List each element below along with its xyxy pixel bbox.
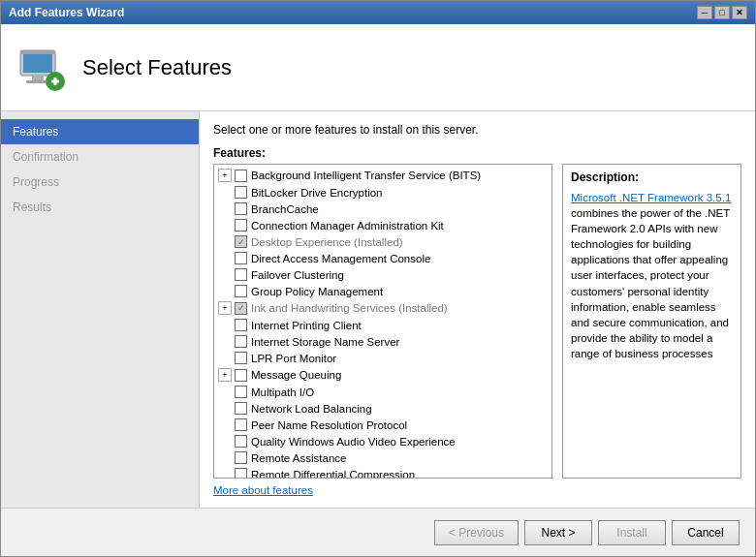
- feature-checkbox[interactable]: [235, 235, 247, 248]
- footer: < Previous Next > Install Cancel: [1, 508, 755, 556]
- feature-label: Connection Manager Administration Kit: [251, 220, 444, 232]
- feature-checkbox[interactable]: [235, 451, 247, 464]
- maximize-button[interactable]: □: [714, 6, 730, 19]
- feature-checkbox[interactable]: [235, 418, 247, 431]
- main-content: Features Confirmation Progress Results S…: [1, 111, 755, 508]
- feature-label: Direct Access Management Console: [251, 253, 430, 264]
- feature-label: Network Load Balancing: [251, 403, 372, 415]
- list-item[interactable]: Multipath I/O: [214, 384, 551, 400]
- feature-checkbox[interactable]: [235, 302, 247, 315]
- description-text: combines the power of the .NET Framework…: [571, 207, 730, 359]
- more-about-features-link[interactable]: More about features: [213, 484, 313, 496]
- sidebar-item-confirmation: Confirmation: [1, 144, 199, 170]
- sidebar: Features Confirmation Progress Results: [1, 111, 200, 508]
- list-item[interactable]: Internet Printing Client: [214, 317, 551, 333]
- feature-checkbox[interactable]: [235, 352, 247, 364]
- close-button[interactable]: ✕: [732, 6, 747, 19]
- feature-checkbox[interactable]: [235, 252, 247, 264]
- minimize-button[interactable]: ─: [697, 6, 712, 19]
- next-button[interactable]: Next >: [524, 520, 592, 545]
- list-item[interactable]: Group Policy Management: [214, 283, 551, 299]
- list-item[interactable]: Quality Windows Audio Video Experience: [214, 433, 551, 449]
- feature-checkbox[interactable]: [235, 386, 247, 398]
- feature-label: Remote Assistance: [251, 452, 346, 464]
- feature-label: Internet Storage Name Server: [251, 336, 399, 348]
- list-item[interactable]: Desktop Experience (Installed): [214, 233, 551, 250]
- list-item[interactable]: + Message Queuing: [214, 366, 551, 384]
- cancel-button[interactable]: Cancel: [672, 520, 740, 545]
- features-list[interactable]: + Background Intelligent Transfer Servic…: [214, 165, 551, 478]
- list-item[interactable]: Failover Clustering: [214, 266, 551, 283]
- feature-checkbox[interactable]: [235, 219, 247, 232]
- feature-label: Multipath I/O: [251, 387, 314, 398]
- list-item[interactable]: Remote Differential Compression: [214, 466, 551, 478]
- features-label: Features:: [213, 146, 741, 160]
- feature-label: Failover Clustering: [251, 269, 344, 281]
- feature-checkbox[interactable]: [235, 170, 247, 182]
- features-list-container: + Background Intelligent Transfer Servic…: [213, 164, 552, 479]
- expand-icon[interactable]: +: [218, 368, 232, 382]
- svg-rect-3: [32, 76, 44, 80]
- feature-checkbox[interactable]: [235, 285, 247, 297]
- feature-checkbox[interactable]: [235, 319, 247, 331]
- title-bar-label: Add Features Wizard: [9, 6, 124, 19]
- feature-label: Remote Differential Compression: [251, 469, 415, 479]
- feature-label: Internet Printing Client: [251, 320, 362, 331]
- feature-checkbox[interactable]: [235, 335, 247, 348]
- list-item[interactable]: Direct Access Management Console: [214, 250, 551, 266]
- feature-checkbox[interactable]: [235, 468, 247, 478]
- list-item[interactable]: BranchCache: [214, 201, 551, 217]
- feature-checkbox[interactable]: [235, 402, 247, 415]
- content-description: Select one or more features to install o…: [213, 123, 741, 137]
- more-link-container: More about features: [213, 484, 741, 496]
- feature-label: LPR Port Monitor: [251, 353, 336, 364]
- feature-label: Message Queuing: [251, 369, 341, 381]
- list-item[interactable]: Internet Storage Name Server: [214, 333, 551, 350]
- sidebar-item-features[interactable]: Features: [1, 119, 199, 144]
- list-item[interactable]: Network Load Balancing: [214, 400, 551, 417]
- description-link[interactable]: Microsoft .NET Framework 3.5.1: [571, 192, 731, 203]
- svg-rect-7: [54, 77, 57, 85]
- feature-label: Desktop Experience (Installed): [251, 236, 403, 248]
- main-window: Add Features Wizard ─ □ ✕ Select Featur: [0, 0, 756, 557]
- list-item[interactable]: BitLocker Drive Encryption: [214, 184, 551, 201]
- sidebar-item-results: Results: [1, 195, 199, 220]
- header-title: Select Features: [82, 55, 232, 80]
- feature-label: Background Intelligent Transfer Service …: [251, 170, 481, 181]
- title-bar-controls: ─ □ ✕: [697, 6, 747, 19]
- list-item[interactable]: Peer Name Resolution Protocol: [214, 417, 551, 433]
- wizard-icon: [16, 43, 67, 93]
- feature-label: BranchCache: [251, 203, 319, 215]
- feature-checkbox[interactable]: [235, 186, 247, 199]
- description-panel: Description: Microsoft .NET Framework 3.…: [562, 164, 741, 479]
- list-item[interactable]: Connection Manager Administration Kit: [214, 217, 551, 233]
- list-item[interactable]: + Background Intelligent Transfer Servic…: [214, 167, 551, 184]
- title-bar-left: Add Features Wizard: [9, 6, 124, 19]
- feature-checkbox[interactable]: [235, 202, 247, 215]
- title-bar: Add Features Wizard ─ □ ✕: [1, 1, 755, 24]
- feature-label: Group Policy Management: [251, 286, 383, 297]
- content-area: Select one or more features to install o…: [200, 111, 755, 508]
- list-item[interactable]: Remote Assistance: [214, 449, 551, 466]
- previous-button[interactable]: < Previous: [434, 520, 519, 545]
- svg-rect-1: [23, 53, 52, 73]
- feature-label: Peer Name Resolution Protocol: [251, 419, 407, 431]
- feature-label: Quality Windows Audio Video Experience: [251, 436, 456, 448]
- feature-checkbox[interactable]: [235, 268, 247, 281]
- feature-checkbox[interactable]: [235, 435, 247, 448]
- sidebar-item-progress: Progress: [1, 170, 199, 195]
- header-section: Select Features: [1, 24, 755, 111]
- description-title: Description:: [571, 170, 733, 184]
- feature-label: BitLocker Drive Encryption: [251, 187, 383, 199]
- feature-checkbox[interactable]: [235, 369, 247, 382]
- list-item[interactable]: LPR Port Monitor: [214, 350, 551, 366]
- expand-icon[interactable]: +: [218, 169, 232, 182]
- feature-label: Ink and Handwriting Services (Installed): [251, 302, 448, 314]
- list-item[interactable]: + Ink and Handwriting Services (Installe…: [214, 299, 551, 317]
- svg-rect-2: [20, 50, 55, 54]
- install-button[interactable]: Install: [598, 520, 666, 545]
- expand-icon[interactable]: +: [218, 301, 232, 315]
- features-panel: + Background Intelligent Transfer Servic…: [213, 164, 741, 479]
